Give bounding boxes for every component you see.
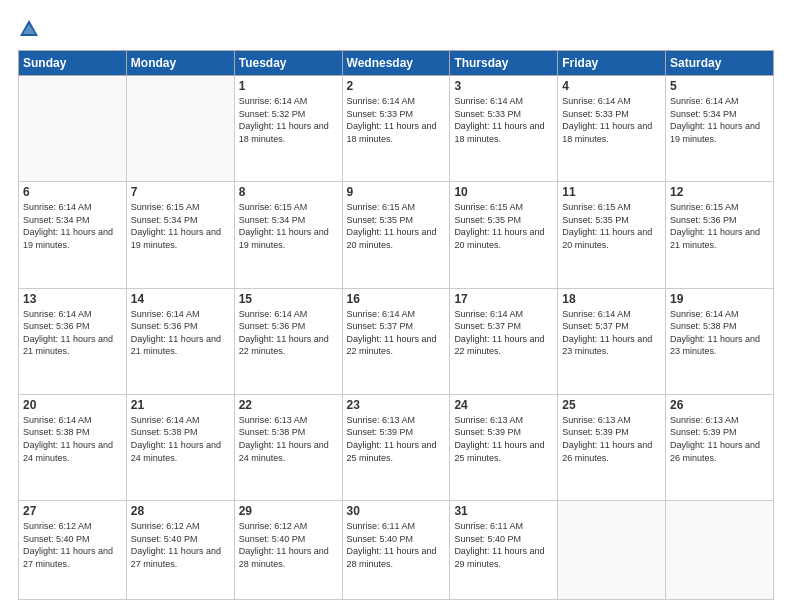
day-number: 21 [131,398,230,412]
day-header-tuesday: Tuesday [234,51,342,76]
calendar-header-row: SundayMondayTuesdayWednesdayThursdayFrid… [19,51,774,76]
calendar-cell: 25Sunrise: 6:13 AM Sunset: 5:39 PM Dayli… [558,394,666,500]
calendar-cell [558,501,666,600]
calendar-cell: 21Sunrise: 6:14 AM Sunset: 5:38 PM Dayli… [126,394,234,500]
calendar-cell: 5Sunrise: 6:14 AM Sunset: 5:34 PM Daylig… [666,76,774,182]
header [18,18,774,40]
day-number: 16 [347,292,446,306]
day-info: Sunrise: 6:11 AM Sunset: 5:40 PM Dayligh… [454,520,553,570]
day-number: 1 [239,79,338,93]
calendar-cell: 16Sunrise: 6:14 AM Sunset: 5:37 PM Dayli… [342,288,450,394]
day-info: Sunrise: 6:13 AM Sunset: 5:39 PM Dayligh… [670,414,769,464]
day-number: 30 [347,504,446,518]
day-info: Sunrise: 6:15 AM Sunset: 5:36 PM Dayligh… [670,201,769,251]
calendar-cell [666,501,774,600]
calendar-cell [126,76,234,182]
day-number: 28 [131,504,230,518]
day-number: 31 [454,504,553,518]
day-info: Sunrise: 6:15 AM Sunset: 5:34 PM Dayligh… [131,201,230,251]
day-info: Sunrise: 6:15 AM Sunset: 5:35 PM Dayligh… [347,201,446,251]
day-info: Sunrise: 6:14 AM Sunset: 5:36 PM Dayligh… [23,308,122,358]
calendar-cell: 22Sunrise: 6:13 AM Sunset: 5:38 PM Dayli… [234,394,342,500]
day-header-wednesday: Wednesday [342,51,450,76]
day-info: Sunrise: 6:14 AM Sunset: 5:38 PM Dayligh… [23,414,122,464]
calendar-cell: 8Sunrise: 6:15 AM Sunset: 5:34 PM Daylig… [234,182,342,288]
day-info: Sunrise: 6:14 AM Sunset: 5:37 PM Dayligh… [562,308,661,358]
day-header-friday: Friday [558,51,666,76]
calendar-cell: 13Sunrise: 6:14 AM Sunset: 5:36 PM Dayli… [19,288,127,394]
day-number: 24 [454,398,553,412]
day-number: 27 [23,504,122,518]
day-info: Sunrise: 6:14 AM Sunset: 5:36 PM Dayligh… [239,308,338,358]
day-number: 6 [23,185,122,199]
calendar-cell: 23Sunrise: 6:13 AM Sunset: 5:39 PM Dayli… [342,394,450,500]
day-info: Sunrise: 6:14 AM Sunset: 5:37 PM Dayligh… [454,308,553,358]
day-header-saturday: Saturday [666,51,774,76]
day-info: Sunrise: 6:13 AM Sunset: 5:38 PM Dayligh… [239,414,338,464]
calendar-table: SundayMondayTuesdayWednesdayThursdayFrid… [18,50,774,600]
calendar-cell: 24Sunrise: 6:13 AM Sunset: 5:39 PM Dayli… [450,394,558,500]
week-row-3: 13Sunrise: 6:14 AM Sunset: 5:36 PM Dayli… [19,288,774,394]
calendar-cell: 4Sunrise: 6:14 AM Sunset: 5:33 PM Daylig… [558,76,666,182]
day-info: Sunrise: 6:13 AM Sunset: 5:39 PM Dayligh… [562,414,661,464]
day-info: Sunrise: 6:14 AM Sunset: 5:33 PM Dayligh… [347,95,446,145]
day-number: 9 [347,185,446,199]
day-number: 15 [239,292,338,306]
day-info: Sunrise: 6:14 AM Sunset: 5:38 PM Dayligh… [131,414,230,464]
day-number: 22 [239,398,338,412]
calendar-cell: 11Sunrise: 6:15 AM Sunset: 5:35 PM Dayli… [558,182,666,288]
week-row-4: 20Sunrise: 6:14 AM Sunset: 5:38 PM Dayli… [19,394,774,500]
day-number: 10 [454,185,553,199]
calendar-cell: 2Sunrise: 6:14 AM Sunset: 5:33 PM Daylig… [342,76,450,182]
calendar-cell: 14Sunrise: 6:14 AM Sunset: 5:36 PM Dayli… [126,288,234,394]
day-number: 20 [23,398,122,412]
calendar-cell: 3Sunrise: 6:14 AM Sunset: 5:33 PM Daylig… [450,76,558,182]
day-number: 29 [239,504,338,518]
day-info: Sunrise: 6:12 AM Sunset: 5:40 PM Dayligh… [131,520,230,570]
day-info: Sunrise: 6:11 AM Sunset: 5:40 PM Dayligh… [347,520,446,570]
calendar-cell: 28Sunrise: 6:12 AM Sunset: 5:40 PM Dayli… [126,501,234,600]
day-number: 8 [239,185,338,199]
day-number: 5 [670,79,769,93]
day-number: 17 [454,292,553,306]
day-info: Sunrise: 6:15 AM Sunset: 5:35 PM Dayligh… [454,201,553,251]
calendar-cell: 17Sunrise: 6:14 AM Sunset: 5:37 PM Dayli… [450,288,558,394]
day-info: Sunrise: 6:13 AM Sunset: 5:39 PM Dayligh… [347,414,446,464]
calendar-cell: 26Sunrise: 6:13 AM Sunset: 5:39 PM Dayli… [666,394,774,500]
day-info: Sunrise: 6:14 AM Sunset: 5:34 PM Dayligh… [23,201,122,251]
day-number: 23 [347,398,446,412]
week-row-5: 27Sunrise: 6:12 AM Sunset: 5:40 PM Dayli… [19,501,774,600]
calendar-cell: 20Sunrise: 6:14 AM Sunset: 5:38 PM Dayli… [19,394,127,500]
calendar-cell: 15Sunrise: 6:14 AM Sunset: 5:36 PM Dayli… [234,288,342,394]
day-number: 12 [670,185,769,199]
calendar-cell: 6Sunrise: 6:14 AM Sunset: 5:34 PM Daylig… [19,182,127,288]
week-row-1: 1Sunrise: 6:14 AM Sunset: 5:32 PM Daylig… [19,76,774,182]
day-info: Sunrise: 6:14 AM Sunset: 5:34 PM Dayligh… [670,95,769,145]
calendar-cell: 9Sunrise: 6:15 AM Sunset: 5:35 PM Daylig… [342,182,450,288]
day-info: Sunrise: 6:15 AM Sunset: 5:35 PM Dayligh… [562,201,661,251]
day-number: 18 [562,292,661,306]
calendar-cell: 30Sunrise: 6:11 AM Sunset: 5:40 PM Dayli… [342,501,450,600]
day-header-monday: Monday [126,51,234,76]
day-number: 4 [562,79,661,93]
day-info: Sunrise: 6:12 AM Sunset: 5:40 PM Dayligh… [239,520,338,570]
day-info: Sunrise: 6:14 AM Sunset: 5:37 PM Dayligh… [347,308,446,358]
day-info: Sunrise: 6:14 AM Sunset: 5:36 PM Dayligh… [131,308,230,358]
calendar-cell [19,76,127,182]
day-number: 3 [454,79,553,93]
day-info: Sunrise: 6:14 AM Sunset: 5:33 PM Dayligh… [562,95,661,145]
logo-icon [18,18,40,40]
calendar-cell: 27Sunrise: 6:12 AM Sunset: 5:40 PM Dayli… [19,501,127,600]
day-number: 14 [131,292,230,306]
calendar-cell: 19Sunrise: 6:14 AM Sunset: 5:38 PM Dayli… [666,288,774,394]
day-number: 25 [562,398,661,412]
day-number: 7 [131,185,230,199]
day-info: Sunrise: 6:15 AM Sunset: 5:34 PM Dayligh… [239,201,338,251]
day-header-thursday: Thursday [450,51,558,76]
calendar-cell: 29Sunrise: 6:12 AM Sunset: 5:40 PM Dayli… [234,501,342,600]
day-info: Sunrise: 6:13 AM Sunset: 5:39 PM Dayligh… [454,414,553,464]
logo [18,18,44,40]
day-number: 2 [347,79,446,93]
calendar-cell: 18Sunrise: 6:14 AM Sunset: 5:37 PM Dayli… [558,288,666,394]
day-info: Sunrise: 6:14 AM Sunset: 5:33 PM Dayligh… [454,95,553,145]
